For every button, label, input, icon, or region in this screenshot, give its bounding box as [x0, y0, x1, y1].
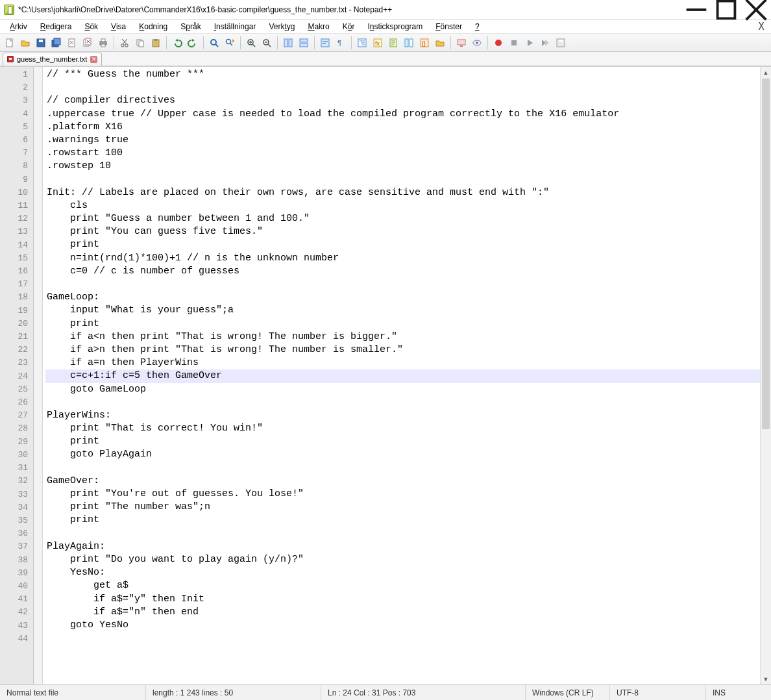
- code-line[interactable]: c=c+1:if c=5 then GameOver: [45, 369, 760, 382]
- code-line[interactable]: cls: [45, 199, 760, 212]
- close-icon[interactable]: [65, 36, 79, 50]
- paste-icon[interactable]: [149, 36, 163, 50]
- code-line[interactable]: .uppercase true // Upper case is needed …: [45, 108, 760, 121]
- code-line[interactable]: c=0 // c is number of guesses: [45, 265, 760, 278]
- monitor-eye-icon[interactable]: [470, 36, 484, 50]
- code-line[interactable]: goto YesNo: [45, 619, 760, 632]
- tab-guess-the-number[interactable]: guess_the_number.txt ✕: [3, 53, 102, 66]
- copy-icon[interactable]: [133, 36, 147, 50]
- code-line[interactable]: [45, 527, 760, 540]
- redo-icon[interactable]: [186, 36, 200, 50]
- code-line[interactable]: goto GameLoop: [45, 383, 760, 396]
- code-area[interactable]: // *** Guess the number ***// compiler d…: [43, 67, 760, 684]
- scroll-down-arrow-icon[interactable]: ▼: [761, 673, 771, 684]
- code-line[interactable]: Init: // Labels are placed on their own …: [45, 186, 760, 199]
- monitor-icon[interactable]: [454, 36, 469, 50]
- scroll-up-arrow-icon[interactable]: ▲: [761, 67, 771, 78]
- indent-guide-icon[interactable]: [355, 36, 369, 50]
- menu-item[interactable]: Visa: [105, 21, 132, 32]
- status-eol[interactable]: Windows (CR LF): [526, 685, 610, 700]
- new-file-icon[interactable]: [3, 36, 17, 50]
- menu-item[interactable]: Fönster: [430, 21, 468, 32]
- record-icon[interactable]: [491, 36, 506, 50]
- vertical-scrollbar[interactable]: ▲ ▼: [760, 67, 771, 684]
- menu-item[interactable]: Makro: [302, 21, 335, 32]
- menu-item[interactable]: Inställningar: [208, 21, 262, 32]
- code-line[interactable]: print: [45, 238, 760, 251]
- show-all-chars-icon[interactable]: ¶: [334, 36, 348, 50]
- code-line[interactable]: if a$="y" then Init: [45, 593, 760, 606]
- menu-item[interactable]: Språk: [175, 21, 206, 32]
- status-encoding[interactable]: UTF-8: [610, 685, 706, 700]
- code-line[interactable]: input "What is your guess";a: [45, 304, 760, 317]
- code-line[interactable]: [45, 462, 760, 475]
- code-line[interactable]: if a>n then print "That is wrong! The nu…: [45, 344, 760, 356]
- menu-item[interactable]: Kodning: [133, 21, 173, 32]
- wordwrap-icon[interactable]: [318, 36, 332, 50]
- open-file-icon[interactable]: [18, 36, 32, 50]
- menu-item[interactable]: ?: [469, 21, 485, 32]
- code-line[interactable]: GameOver:: [45, 475, 760, 488]
- menu-item[interactable]: Arkiv: [4, 21, 33, 32]
- code-line[interactable]: get a$: [45, 579, 760, 592]
- menu-item[interactable]: Redigera: [34, 21, 78, 32]
- code-line[interactable]: if a=n then PlayerWins: [45, 356, 760, 369]
- cut-icon[interactable]: [117, 36, 132, 50]
- close-all-icon[interactable]: [80, 36, 95, 50]
- stop-icon[interactable]: [507, 36, 521, 50]
- minimize-button[interactable]: [681, 0, 711, 19]
- sync-v-icon[interactable]: [281, 36, 295, 50]
- code-line[interactable]: // *** Guess the number ***: [45, 68, 760, 81]
- code-line[interactable]: goto PlayAgain: [45, 448, 760, 461]
- code-line[interactable]: [45, 632, 760, 645]
- code-line[interactable]: n=int(rnd(1)*100)+1 // n is the unknown …: [45, 252, 760, 265]
- code-line[interactable]: PlayAgain:: [45, 540, 760, 553]
- code-line[interactable]: print "You can guess five times.": [45, 225, 760, 238]
- code-line[interactable]: print: [45, 435, 760, 448]
- save-macro-icon[interactable]: [554, 36, 568, 50]
- code-line[interactable]: .warnings true: [45, 134, 760, 147]
- menu-item[interactable]: Kör: [337, 21, 361, 32]
- menubar-close-doc-button[interactable]: X: [755, 21, 767, 32]
- func-list-icon[interactable]: {}: [417, 36, 432, 50]
- code-line[interactable]: print "Guess a number between 1 and 100.…: [45, 212, 760, 225]
- save-all-icon[interactable]: [49, 36, 64, 50]
- code-line[interactable]: if a<n then print "That is wrong! The nu…: [45, 331, 760, 344]
- folder-icon[interactable]: [433, 36, 447, 50]
- code-line[interactable]: GameLoop:: [45, 291, 760, 304]
- code-line[interactable]: [45, 173, 760, 186]
- code-line[interactable]: .rowstep 10: [45, 160, 760, 173]
- code-line[interactable]: print "The number was";n: [45, 501, 760, 514]
- doc-list-icon[interactable]: [402, 36, 416, 50]
- code-line[interactable]: PlayerWins:: [45, 409, 760, 422]
- close-window-button[interactable]: [741, 0, 771, 19]
- code-line[interactable]: [45, 278, 760, 291]
- code-line[interactable]: print "You're out of guesses. You lose!": [45, 488, 760, 501]
- code-line[interactable]: print: [45, 514, 760, 527]
- tab-close-icon[interactable]: ✕: [90, 56, 97, 63]
- zoom-in-icon[interactable]: [244, 36, 258, 50]
- doc-map-icon[interactable]: [386, 36, 400, 50]
- lang-icon[interactable]: fx: [371, 36, 385, 50]
- save-icon[interactable]: [34, 36, 48, 50]
- find-icon[interactable]: [207, 36, 221, 50]
- code-line[interactable]: .platform X16: [45, 121, 760, 134]
- code-line[interactable]: print: [45, 318, 760, 331]
- maximize-button[interactable]: [711, 0, 741, 19]
- scrollbar-thumb[interactable]: [762, 79, 770, 429]
- code-line[interactable]: .rowstart 100: [45, 147, 760, 160]
- zoom-out-icon[interactable]: [260, 36, 274, 50]
- code-line[interactable]: // compiler directives: [45, 94, 760, 107]
- replace-icon[interactable]: [223, 36, 237, 50]
- code-line[interactable]: [45, 81, 760, 94]
- play-icon[interactable]: [522, 36, 537, 50]
- code-line[interactable]: [45, 396, 760, 409]
- play-multi-icon[interactable]: [538, 36, 552, 50]
- print-icon[interactable]: [96, 36, 110, 50]
- code-line[interactable]: if a$="n" then end: [45, 606, 760, 619]
- menu-item[interactable]: Verktyg: [263, 21, 300, 32]
- status-ins-mode[interactable]: INS: [706, 685, 771, 700]
- undo-icon[interactable]: [170, 36, 184, 50]
- code-line[interactable]: print "Do you want to play again (y/n)?": [45, 553, 760, 566]
- menu-item[interactable]: Sök: [79, 21, 104, 32]
